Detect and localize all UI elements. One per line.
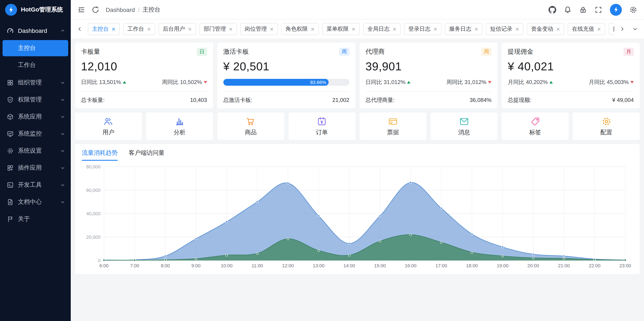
svg-text:80,000: 80,000 — [86, 164, 100, 170]
tab-label: 短信记录 — [490, 25, 512, 33]
stat-sub-left: 日同比 13,501% — [81, 78, 126, 86]
quick-action-orders[interactable]: 订单 — [288, 112, 355, 140]
sidebar-item-label: 开发工具 — [18, 181, 56, 189]
trend-down-icon — [630, 81, 634, 84]
tab-client-visits[interactable]: 客户端访问量 — [129, 149, 164, 161]
tab-bar: 主控台 工作台 后台用户 部门管理 岗位管理 角色权限 菜单权限 — [71, 20, 644, 38]
close-icon[interactable] — [352, 27, 356, 31]
tab-label: 岗位管理 — [245, 25, 267, 33]
trend-up-icon — [407, 81, 411, 84]
tab[interactable]: 后台用户 — [158, 23, 196, 35]
trend-up-icon — [550, 81, 553, 84]
close-icon[interactable] — [434, 27, 437, 31]
sidebar-item-console[interactable]: 主控台 — [2, 40, 68, 56]
svg-text:13:00: 13:00 — [313, 263, 324, 268]
tab-label: 全局日志 — [368, 25, 390, 33]
lock-icon[interactable] — [579, 6, 587, 14]
traffic-area-chart: 020,00040,00060,00080,0006:007:008:009:0… — [82, 163, 633, 271]
refresh-icon[interactable] — [92, 6, 99, 14]
document-icon — [7, 199, 14, 206]
menu-fold-icon[interactable] — [78, 6, 85, 14]
quick-action-label: 分析 — [174, 128, 186, 136]
sidebar-item-docs[interactable]: 文档中心 — [2, 194, 68, 210]
settings-gear-icon[interactable] — [630, 6, 637, 14]
tab[interactable]: 在线充值 — [568, 23, 605, 35]
stat-footer-value: 36,084% — [470, 97, 492, 103]
sidebar-item-label: 主控台 — [18, 44, 36, 52]
tab[interactable]: 资金变动 — [527, 23, 564, 35]
gauge-icon — [7, 27, 14, 34]
tab[interactable]: 主控台 — [88, 23, 120, 35]
sidebar-item-about[interactable]: 关于 — [2, 210, 68, 228]
quick-action-config[interactable]: 配置 — [573, 112, 640, 140]
plugin-icon — [7, 164, 14, 171]
sidebar-item-dev-tools[interactable]: 开发工具 — [2, 176, 68, 194]
sidebar-item-dashboard[interactable]: Dashboard — [2, 22, 68, 39]
quick-action-tickets[interactable]: 票据 — [360, 112, 426, 140]
quick-action-analysis[interactable]: 分析 — [146, 112, 213, 140]
sidebar-item-permissions[interactable]: 权限管理 — [2, 91, 68, 108]
sidebar-item-label: 系统监控 — [18, 130, 56, 138]
tab[interactable]: 短信记录 — [486, 23, 524, 35]
close-icon[interactable] — [112, 27, 116, 31]
org-grid-icon — [7, 79, 14, 86]
chevron-down-icon — [60, 98, 65, 102]
svg-text:8:00: 8:00 — [161, 263, 170, 268]
breadcrumb: Dashboard / 主控台 — [106, 6, 160, 14]
fullscreen-icon[interactable] — [594, 6, 602, 14]
svg-text:15:00: 15:00 — [374, 263, 386, 268]
github-icon[interactable] — [548, 6, 556, 14]
sidebar-item-workbench[interactable]: 工作台 — [2, 57, 68, 73]
tab[interactable]: 工作台 — [123, 23, 155, 35]
quick-actions-row: 用户 分析 商品 订单 — [75, 112, 640, 140]
close-icon[interactable] — [147, 27, 151, 31]
user-avatar[interactable] — [610, 4, 622, 16]
config-gear-icon — [601, 116, 612, 126]
sidebar-item-system-apps[interactable]: 系统应用 — [2, 108, 68, 125]
tab[interactable]: 角色权限 — [281, 23, 319, 35]
close-icon[interactable] — [311, 27, 314, 31]
quick-action-label: 标签 — [529, 128, 541, 136]
bell-icon[interactable] — [564, 6, 572, 14]
close-icon[interactable] — [474, 27, 478, 31]
stat-card-commission: 提现佣金 月 ¥ 40,021 月同比 40,202% 月同比 45,003% … — [502, 43, 640, 108]
sidebar-item-label: Dashboard — [18, 27, 56, 34]
sidebar-item-organization[interactable]: 组织管理 — [2, 74, 68, 91]
close-icon[interactable] — [229, 27, 233, 31]
quick-action-tags[interactable]: 标签 — [502, 112, 569, 140]
tab[interactable]: 全局日志 — [363, 23, 401, 35]
close-icon[interactable] — [597, 27, 601, 31]
quick-action-users[interactable]: 用户 — [75, 112, 142, 140]
tabs-scroll-left-button[interactable] — [75, 24, 84, 34]
sidebar-item-plugins[interactable]: 插件应用 — [2, 160, 68, 176]
close-icon[interactable] — [270, 27, 274, 31]
sidebar-item-label: 组织管理 — [18, 79, 56, 86]
quick-action-messages[interactable]: 消息 — [431, 112, 498, 140]
close-icon[interactable] — [515, 27, 519, 31]
tab[interactable]: 菜单权限 — [322, 23, 360, 35]
tab[interactable]: 登录日志 — [404, 23, 442, 35]
activation-progress-fill: 83.66% — [223, 79, 329, 86]
app-root: HotGo管理系统 Dashboard 主控台 工作台 — [0, 0, 644, 321]
terminal-icon — [7, 182, 14, 188]
chart-tabs: 流量消耗趋势 客户端访问量 — [82, 149, 633, 161]
sidebar-item-system-monitor[interactable]: 系统监控 — [2, 125, 68, 142]
tab-traffic-trend[interactable]: 流量消耗趋势 — [82, 149, 118, 161]
quick-action-goods[interactable]: 商品 — [217, 112, 284, 140]
close-icon[interactable] — [556, 27, 560, 31]
app-logo[interactable]: HotGo管理系统 — [0, 0, 71, 20]
close-icon[interactable] — [188, 27, 192, 31]
users-icon — [103, 116, 114, 126]
tabs-menu-button[interactable] — [630, 24, 640, 34]
sidebar-item-system-settings[interactable]: 系统设置 — [2, 142, 68, 160]
tab[interactable]: 服务日志 — [445, 23, 482, 35]
tab[interactable]: 提现管理 — [608, 23, 614, 35]
close-icon[interactable] — [392, 27, 396, 31]
tab[interactable]: 岗位管理 — [240, 23, 278, 35]
breadcrumb-root[interactable]: Dashboard — [106, 6, 135, 13]
tab-label: 角色权限 — [286, 25, 308, 33]
logo-icon — [5, 4, 17, 16]
quick-action-label: 消息 — [458, 128, 470, 136]
tabs-scroll-right-button[interactable] — [618, 24, 627, 34]
tab[interactable]: 部门管理 — [200, 23, 237, 35]
